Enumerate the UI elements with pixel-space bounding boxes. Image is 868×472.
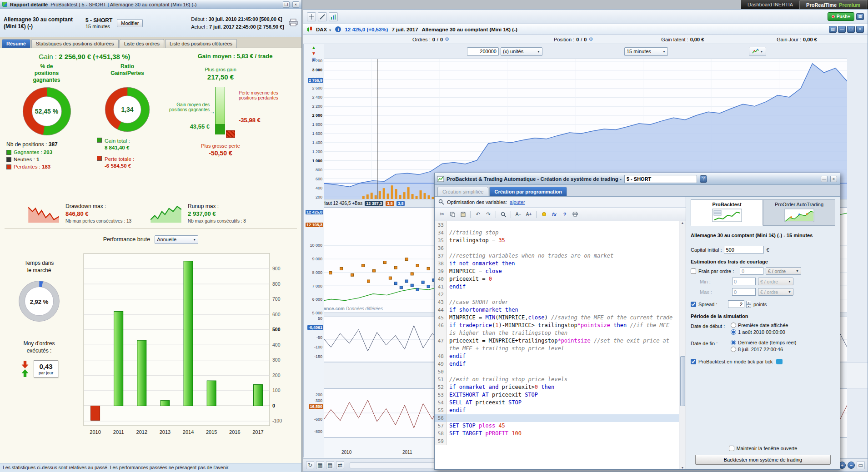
tab-statistics[interactable]: Statistiques des positions clôturées — [31, 39, 119, 48]
help-icon[interactable]: ? — [700, 175, 707, 183]
perf-bar-2015[interactable] — [207, 381, 216, 406]
spread-stepper[interactable]: ▲▼ — [746, 301, 751, 308]
code-line-49[interactable]: 49endif — [435, 360, 679, 368]
tab-closed-positions[interactable]: Liste des positions clôturées — [165, 39, 237, 48]
symbol-select[interactable]: DAX ▼ — [316, 27, 331, 32]
indicators-tool-icon[interactable] — [329, 12, 338, 21]
code-line-56[interactable]: 56 — [435, 414, 679, 422]
code-line-59[interactable]: 59 — [435, 437, 679, 445]
min-unit-select[interactable]: € / ordre▼ — [758, 278, 793, 285]
code-line-44[interactable]: 44if shortonmarket then — [435, 306, 679, 314]
tab-creation-programmation[interactable]: Création par programmation — [489, 187, 567, 196]
chart-close-button[interactable]: × — [856, 26, 864, 33]
probacktest-minimize-button[interactable]: — — [821, 176, 828, 182]
code-line-38[interactable]: 38if not onmarket then — [435, 260, 679, 268]
date-end-last-radio[interactable] — [731, 340, 736, 345]
optimisation-add-link[interactable]: ajouter — [510, 199, 525, 205]
code-line-33[interactable]: 33 — [435, 221, 679, 229]
code-line-55[interactable]: 55endif — [435, 407, 679, 414]
code-line-51[interactable]: 51//exit on trailing stop price levels — [435, 376, 679, 383]
perf-bar-2013[interactable] — [161, 401, 170, 406]
chart-maximize-button[interactable]: □ — [847, 26, 855, 33]
position-gear-icon[interactable]: ⚙ — [588, 36, 593, 42]
code-line-36[interactable]: 36 — [435, 244, 679, 252]
tick-mode-checkbox[interactable] — [691, 359, 696, 364]
tick-mode-info-icon[interactable] — [776, 359, 783, 364]
tab-dashboard-inertia[interactable]: Dashboard INERTIA — [741, 0, 799, 9]
run-backtest-button[interactable]: Backtester mon système de trading — [695, 455, 831, 465]
editor-scrollbar[interactable]: ▲ ▼ — [679, 221, 686, 469]
price-scale-column[interactable]: ▲ ▼ ▦ 3 2003 0002 8002 6002 4002 2002 00… — [303, 44, 324, 457]
alert-icon[interactable]: ▼ — [311, 51, 316, 56]
spread-input[interactable] — [728, 300, 744, 308]
font-larger-icon[interactable]: A+ — [524, 210, 533, 219]
code-line-34[interactable]: 34//trailing stop — [435, 229, 679, 237]
units-select[interactable]: (x) unités▼ — [501, 47, 542, 56]
system-name-input[interactable] — [624, 175, 697, 183]
perf-bar-2017[interactable] — [253, 385, 262, 406]
refresh-icon[interactable]: ↻ — [306, 461, 314, 469]
editor-print-icon[interactable] — [571, 210, 580, 219]
code-line-50[interactable]: 50 — [435, 368, 679, 376]
tab-orders-list[interactable]: Liste des ordres — [120, 39, 164, 48]
hint-icon[interactable] — [539, 210, 548, 219]
code-line-48[interactable]: 48endif — [435, 353, 679, 360]
layout-grid-icon[interactable]: ▦ — [856, 13, 864, 20]
redo-icon[interactable]: ↷ — [484, 210, 493, 219]
sidebar-tab-proorder[interactable]: ProOrder AutoTrading — [763, 199, 835, 226]
calendar-icon[interactable]: ▤ — [326, 461, 334, 469]
code-line-47[interactable]: 47priceexit = MINPRICE+trailingstop*poin… — [435, 337, 679, 353]
perf-bar-2010[interactable] — [91, 406, 100, 421]
cursor-tool-icon[interactable] — [307, 12, 316, 21]
tab-prorealtime-premium[interactable]: ProRealTime Premium — [799, 0, 867, 9]
chart-style-button[interactable]: ▼ — [749, 47, 766, 56]
capital-input[interactable] — [724, 246, 764, 253]
code-editor[interactable]: 33 34//trailing stop35trailingstop = 353… — [435, 221, 679, 469]
perf-bar-2014[interactable] — [184, 261, 193, 406]
code-line-54[interactable]: 54SELL AT priceexit STOP — [435, 399, 679, 407]
code-line-40[interactable]: 40priceexit = 0 — [435, 275, 679, 283]
max-input[interactable] — [732, 288, 756, 296]
editor-help-icon[interactable]: ? — [560, 210, 569, 219]
zoom-out-button[interactable]: − — [848, 462, 855, 469]
function-icon[interactable]: fx — [550, 210, 559, 219]
tab-resume[interactable]: Résumé — [2, 39, 30, 48]
search-icon[interactable] — [499, 210, 508, 219]
timeframe-select[interactable]: 15 minutes▼ — [624, 47, 668, 56]
copy-icon[interactable] — [448, 210, 457, 219]
code-line-43[interactable]: 43//case SHORT order — [435, 298, 679, 306]
chart-menu-icon[interactable]: ▤ — [829, 26, 837, 33]
fit-screen-icon[interactable]: ▭ — [857, 461, 865, 469]
code-line-52[interactable]: 52if onmarket and priceexit>0 then — [435, 383, 679, 391]
chart-minimize-button[interactable]: — — [838, 26, 846, 33]
perf-bar-2012[interactable] — [137, 340, 146, 406]
date-start-custom-radio[interactable] — [731, 329, 736, 335]
date-end-custom-radio[interactable] — [731, 347, 736, 352]
code-line-42[interactable]: 42 — [435, 291, 679, 298]
realtime-icon[interactable]: ▲ — [311, 45, 316, 50]
print-icon[interactable] — [289, 19, 298, 27]
probacktest-titlebar[interactable]: ProBacktest & Trading Automatique - Créa… — [435, 173, 840, 185]
quantity-input[interactable] — [467, 47, 499, 56]
scroll-down-icon[interactable]: ▼ — [681, 466, 684, 469]
min-input[interactable] — [732, 278, 756, 285]
code-line-37[interactable]: 37//resetting variables when no trades a… — [435, 252, 679, 260]
code-line-39[interactable]: 39MINPRICE = close — [435, 268, 679, 275]
date-start-first-radio[interactable] — [731, 323, 736, 328]
code-line-41[interactable]: 41endif — [435, 283, 679, 291]
link-icon[interactable]: ⇄ — [336, 461, 344, 469]
report-titlebar[interactable]: Rapport détaillé ProBacktest | 5 - SHORT… — [0, 0, 301, 9]
paste-icon[interactable] — [458, 210, 467, 219]
code-line-58[interactable]: 58SET TARGET pPROFIT 100 — [435, 430, 679, 437]
code-line-53[interactable]: 53EXITSHORT AT priceexit STOP — [435, 391, 679, 399]
push-button[interactable]: Push+ — [828, 12, 854, 21]
fees-input[interactable] — [740, 267, 763, 275]
tab-creation-simplifiee[interactable]: Création simplifiée — [437, 187, 488, 196]
fees-checkbox[interactable] — [691, 268, 696, 274]
orders-gear-icon[interactable]: ⚙ — [445, 36, 449, 42]
font-smaller-icon[interactable]: A− — [514, 210, 523, 219]
cut-icon[interactable]: ✂ — [437, 210, 447, 219]
undo-icon[interactable]: ↶ — [473, 210, 482, 219]
modify-button[interactable]: Modifier — [117, 19, 143, 27]
report-close-button[interactable]: × — [292, 1, 299, 8]
